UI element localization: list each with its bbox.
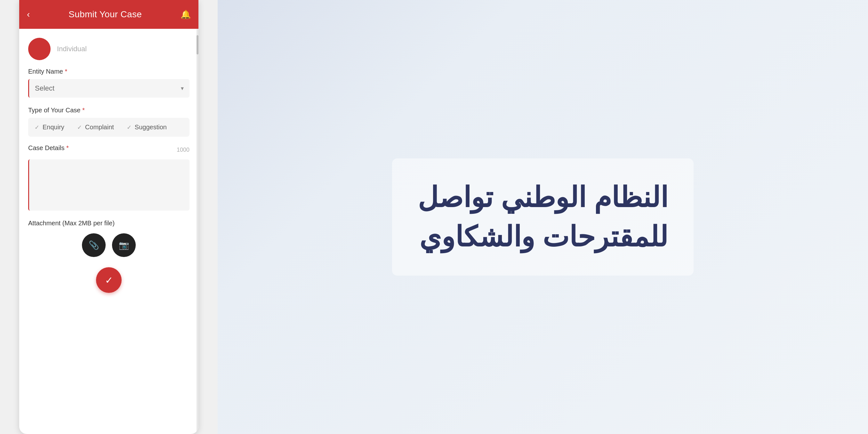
attachment-buttons: 📎 📷 <box>28 233 189 257</box>
case-details-field-group: Case Details * 1000 <box>28 144 189 212</box>
phone-frame: ‹ Submit Your Case 🔔 Individual Entity N… <box>19 0 198 434</box>
form-content: Entity Name * Select ▾ Type of Your Case… <box>19 65 198 310</box>
right-panel: النظام الوطني تواصل للمقترحات والشكاوي <box>218 0 868 434</box>
entity-name-select[interactable]: Select ▾ <box>28 79 189 98</box>
profile-section: Individual <box>19 29 198 65</box>
entity-name-field-group: Entity Name * Select ▾ <box>28 68 189 98</box>
submit-section: ✓ <box>28 267 189 301</box>
arabic-text-block: النظام الوطني تواصل للمقترحات والشكاوي <box>392 158 693 276</box>
arabic-line1: النظام الوطني تواصل <box>418 182 668 213</box>
checkmark-icon: ✓ <box>105 275 113 286</box>
complaint-check-icon: ✓ <box>77 124 82 131</box>
entity-name-label: Entity Name * <box>28 68 189 75</box>
case-type-options: ✓ Enquiry ✓ Complaint ✓ Suggestion <box>28 118 189 137</box>
camera-icon: 📷 <box>119 240 129 250</box>
avatar <box>28 38 51 60</box>
case-type-field-group: Type of Your Case * ✓ Enquiry ✓ Complain… <box>28 106 189 137</box>
case-type-label: Type of Your Case * <box>28 106 189 114</box>
attachment-section: Attachment (Max 2MB per file) 📎 📷 <box>28 220 189 257</box>
case-details-label: Case Details * <box>28 144 69 152</box>
enquiry-label: Enquiry <box>42 124 64 131</box>
arabic-heading: النظام الوطني تواصل للمقترحات والشكاوي <box>418 178 668 256</box>
case-details-header: Case Details * 1000 <box>28 144 189 156</box>
paperclip-icon: 📎 <box>89 240 99 250</box>
back-button[interactable]: ‹ <box>27 9 30 20</box>
suggestion-option[interactable]: ✓ Suggestion <box>127 124 167 131</box>
case-details-textarea[interactable] <box>28 159 189 211</box>
required-indicator: * <box>63 68 67 75</box>
complaint-label: Complaint <box>85 124 114 131</box>
camera-button[interactable]: 📷 <box>112 233 136 257</box>
scrollbar-track <box>196 29 198 434</box>
profile-type-label: Individual <box>57 45 87 53</box>
chevron-down-icon: ▾ <box>181 85 184 92</box>
arabic-line2: للمقترحات والشكاوي <box>419 221 668 252</box>
select-placeholder: Select <box>35 84 54 93</box>
attach-file-button[interactable]: 📎 <box>82 233 105 257</box>
app-header: ‹ Submit Your Case 🔔 <box>19 0 198 29</box>
attachment-label: Attachment (Max 2MB per file) <box>28 220 189 227</box>
scrollbar-thumb[interactable] <box>196 35 198 54</box>
char-count: 1000 <box>177 147 189 153</box>
suggestion-check-icon: ✓ <box>127 124 131 131</box>
required-indicator-3: * <box>64 144 68 151</box>
submit-button[interactable]: ✓ <box>96 267 122 293</box>
suggestion-label: Suggestion <box>135 124 167 131</box>
required-indicator-2: * <box>80 106 85 114</box>
enquiry-option[interactable]: ✓ Enquiry <box>35 124 64 131</box>
page-title: Submit Your Case <box>68 9 142 20</box>
notification-bell-icon[interactable]: 🔔 <box>181 9 191 20</box>
complaint-option[interactable]: ✓ Complaint <box>77 124 114 131</box>
left-panel: ‹ Submit Your Case 🔔 Individual Entity N… <box>0 0 218 434</box>
enquiry-check-icon: ✓ <box>35 124 39 131</box>
